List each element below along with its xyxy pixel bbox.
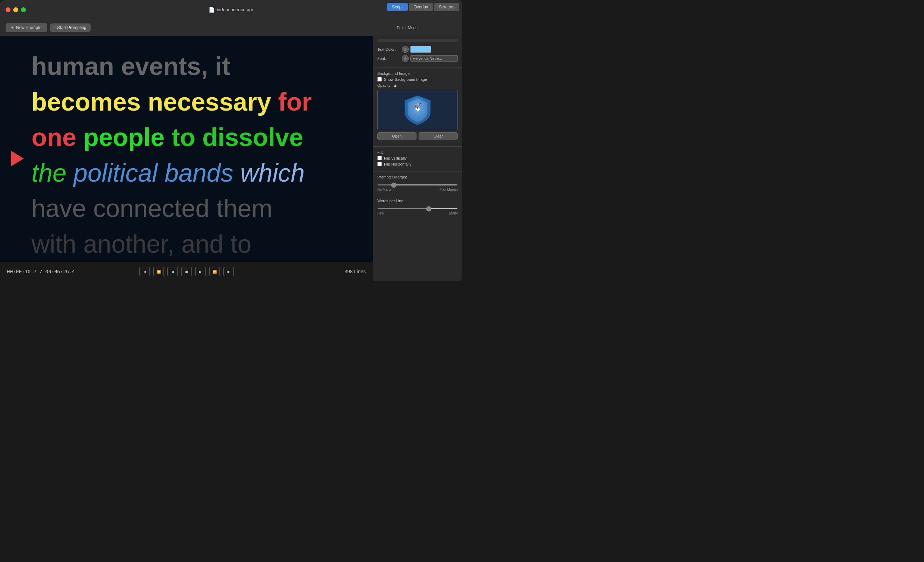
start-prompting-label: Start Prompting [57,25,86,30]
show-bg-image-label: Show Background Image [384,77,427,81]
lines-count: 398 Lines [344,269,366,274]
new-prompter-button[interactable]: ＋ New Prompter [6,23,47,32]
flip-horizontally-row: Flip Horizontally [377,162,458,166]
close-button[interactable] [6,7,10,12]
background-image-section: Background Image: Show Background Image … [373,69,462,145]
flip-horizontally-label: Flip Horizontally [384,162,411,166]
prompter-margin-slider[interactable] [377,184,458,186]
font-circle-btn[interactable]: ∅ [402,55,409,62]
font-selector[interactable]: Helvetica Neue... [410,55,458,61]
open-clear-btn-row: Open Clear [377,132,458,140]
divider-2 [373,146,462,147]
words-per-line-labels: Few Many [377,211,458,215]
tab-script[interactable]: Script [387,3,408,11]
divider-4 [373,195,462,195]
word-necessary: necessary [148,88,271,116]
play-button[interactable]: ▶ [195,267,206,276]
window-title-area: 📄 independence.ppr [208,7,253,13]
opacity-label: Opacity [377,83,390,87]
words-per-line-slider[interactable] [377,208,458,209]
script-line-2: becomes necessary for [32,86,352,118]
text-color-label: Text Color: [377,47,402,51]
word-which: which [240,159,304,187]
clear-button[interactable]: Clear [418,132,458,140]
show-bg-image-checkbox[interactable] [377,77,382,81]
text-color-section: Text Color: ∅ Font: ∅ Helvetica Neue... [373,44,462,66]
flip-horizontally-checkbox[interactable] [377,162,382,166]
bg-image-section-title: Background Image: [377,71,458,76]
tab-overlay[interactable]: Overlay [409,3,433,11]
transport-controls: ⏮ ⏪ ◀ ⏹ ▶ ⏩ ⏭ [139,267,234,276]
opacity-icon: ▲ [393,83,397,88]
time-separator: / [39,269,45,274]
script-line-4: the political bands which [32,157,352,190]
script-line-6: with another, and to [32,228,352,261]
chevron-right-icon: › [54,25,56,30]
prompter-area: human events, it becomes necessary for o… [0,36,373,281]
show-bg-image-row: Show Background Image [377,77,458,81]
divider-1 [373,67,462,68]
svg-text:🚀: 🚀 [414,102,421,109]
rewind-button[interactable]: ⏪ [153,267,164,276]
bottom-bar: 00:00:10.7 / 00:06:26.4 ⏮ ⏪ ◀ ⏹ ▶ ⏩ ⏭ 39… [0,262,373,281]
font-label: Font: [377,56,402,60]
font-row: Font: ∅ Helvetica Neue... [377,55,458,62]
editor-mode-label: Editor Mode [397,25,417,30]
open-button[interactable]: Open [377,132,417,140]
right-panel: Text Color: ∅ Font: ∅ Helvetica Neue... … [373,36,462,281]
word-one: one [32,123,76,151]
time-display: 00:00:10.7 / 00:06:26.4 [7,269,75,274]
start-prompting-button[interactable]: › Start Prompting [50,24,91,32]
script-line5-text: have connected them [32,194,272,222]
script-line1-text: human events, it [32,52,230,80]
prompter-margin-labels: No Margin Max Margin [377,187,458,192]
fullscreen-button[interactable] [21,7,26,12]
word-people: people [83,123,165,151]
prompter-margin-section: Prompter Margin: No Margin Max Margin [373,173,462,193]
traffic-lights [6,7,26,12]
script-line-3: one people to dissolve [32,121,352,154]
fast-forward-button[interactable]: ⏩ [209,267,220,276]
stop-button[interactable]: ⏹ [181,267,192,276]
word-the: the [32,159,66,187]
current-time: 00:00:10.7 [7,269,36,274]
phrase-political-bands: political bands [74,159,233,187]
titlebar: 📄 independence.ppr Script Overlay Screen… [0,0,462,19]
tab-screens[interactable]: Screens [434,3,459,11]
many-label: Many [449,211,458,215]
play-indicator [11,151,24,166]
word-for: for [278,88,312,116]
max-margin-label: Max Margin [440,187,458,192]
no-margin-label: No Margin [377,187,393,192]
flip-section: Flip: Flip Vertically Flip Horizontally [373,148,462,170]
step-back-button[interactable]: ◀ [167,267,178,276]
phrase-to-dissolve: to dissolve [171,123,303,151]
text-color-swatch[interactable] [410,46,431,53]
document-icon: 📄 [208,7,214,13]
divider-3 [373,171,462,171]
minimize-button[interactable] [13,7,18,12]
main-layout: human events, it becomes necessary for o… [0,36,462,281]
script-content: human events, it becomes necessary for o… [0,36,373,275]
word-becomes: becomes [32,88,141,116]
plus-icon: ＋ [10,24,15,31]
window-title: independence.ppr [217,7,253,12]
text-color-circle-btn[interactable]: ∅ [402,46,409,53]
toolbar: ＋ New Prompter › Start Prompting Editor … [0,19,462,36]
script-line6-text: with another, and to [32,230,251,258]
prompter-margin-label: Prompter Margin: [377,175,458,179]
text-color-row: Text Color: ∅ [377,46,458,53]
skip-to-end-button[interactable]: ⏭ [223,267,234,276]
bg-image-preview: ✦ 🚀 [377,90,458,130]
flip-vertically-label: Flip Vertically [384,156,407,160]
flip-label: Flip: [377,150,458,154]
opacity-row: Opacity ▲ [377,83,458,88]
new-prompter-label: New Prompter [16,25,43,30]
few-label: Few [377,211,384,215]
words-per-line-section: Words per Line: Few Many [373,197,462,217]
script-line-5: have connected them [32,192,352,225]
badge-svg: ✦ 🚀 [404,94,432,126]
words-per-line-label: Words per Line: [377,199,458,203]
flip-vertically-checkbox[interactable] [377,156,382,160]
skip-to-start-button[interactable]: ⏮ [139,267,150,276]
